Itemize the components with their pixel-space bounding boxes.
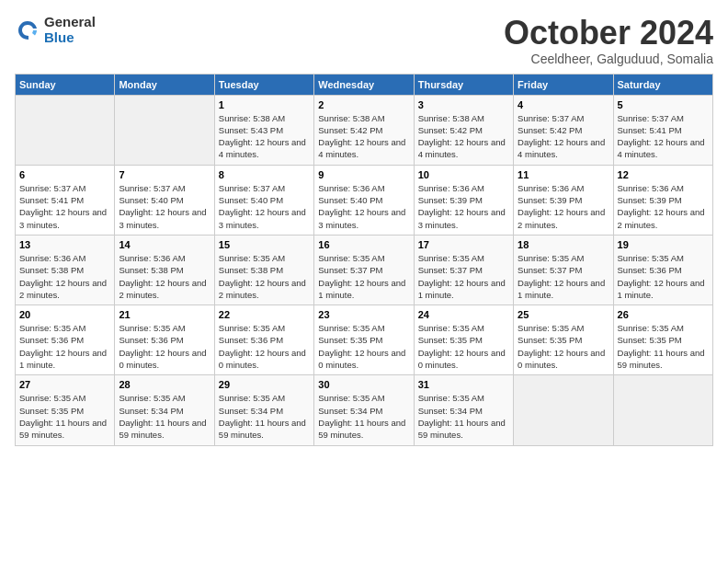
calendar-cell	[514, 375, 613, 445]
day-number: 13	[19, 239, 110, 250]
day-info: Sunrise: 5:38 AM Sunset: 5:43 PM Dayligh…	[219, 112, 310, 161]
day-info: Sunrise: 5:38 AM Sunset: 5:42 PM Dayligh…	[318, 112, 409, 161]
calendar-header: SundayMondayTuesdayWednesdayThursdayFrid…	[16, 74, 713, 95]
calendar-cell: 30Sunrise: 5:35 AM Sunset: 5:34 PM Dayli…	[314, 375, 414, 445]
day-number: 2	[318, 99, 409, 110]
calendar-cell: 13Sunrise: 5:36 AM Sunset: 5:38 PM Dayli…	[16, 235, 115, 304]
calendar-cell: 12Sunrise: 5:36 AM Sunset: 5:39 PM Dayli…	[613, 165, 712, 235]
weekday-header-wednesday: Wednesday	[314, 74, 414, 95]
calendar-body: 1Sunrise: 5:38 AM Sunset: 5:43 PM Daylig…	[16, 95, 713, 445]
calendar-cell: 4Sunrise: 5:37 AM Sunset: 5:42 PM Daylig…	[514, 95, 613, 165]
page-header: General Blue October 2024 Ceeldheer, Gal…	[15, 15, 713, 66]
calendar-cell: 5Sunrise: 5:37 AM Sunset: 5:41 PM Daylig…	[613, 95, 712, 165]
calendar-week-5: 27Sunrise: 5:35 AM Sunset: 5:35 PM Dayli…	[16, 375, 713, 445]
calendar-cell: 6Sunrise: 5:37 AM Sunset: 5:41 PM Daylig…	[16, 165, 115, 235]
weekday-header-monday: Monday	[115, 74, 214, 95]
calendar-cell: 25Sunrise: 5:35 AM Sunset: 5:35 PM Dayli…	[514, 305, 613, 375]
calendar-week-1: 1Sunrise: 5:38 AM Sunset: 5:43 PM Daylig…	[16, 95, 713, 165]
calendar-cell: 29Sunrise: 5:35 AM Sunset: 5:34 PM Dayli…	[214, 375, 313, 445]
day-info: Sunrise: 5:37 AM Sunset: 5:40 PM Dayligh…	[119, 182, 210, 231]
day-number: 15	[219, 239, 310, 250]
day-number: 9	[318, 169, 409, 180]
calendar-cell: 1Sunrise: 5:38 AM Sunset: 5:43 PM Daylig…	[214, 95, 313, 165]
day-number: 24	[418, 309, 509, 320]
day-info: Sunrise: 5:35 AM Sunset: 5:35 PM Dayligh…	[19, 392, 110, 441]
day-info: Sunrise: 5:37 AM Sunset: 5:40 PM Dayligh…	[219, 182, 310, 231]
day-info: Sunrise: 5:35 AM Sunset: 5:38 PM Dayligh…	[219, 252, 310, 301]
day-info: Sunrise: 5:35 AM Sunset: 5:36 PM Dayligh…	[19, 322, 110, 371]
day-info: Sunrise: 5:35 AM Sunset: 5:35 PM Dayligh…	[418, 322, 509, 371]
calendar-cell: 28Sunrise: 5:35 AM Sunset: 5:34 PM Dayli…	[115, 375, 214, 445]
day-number: 25	[518, 309, 609, 320]
day-info: Sunrise: 5:35 AM Sunset: 5:35 PM Dayligh…	[318, 322, 409, 371]
day-info: Sunrise: 5:37 AM Sunset: 5:41 PM Dayligh…	[618, 112, 709, 161]
calendar-cell: 8Sunrise: 5:37 AM Sunset: 5:40 PM Daylig…	[214, 165, 313, 235]
day-info: Sunrise: 5:35 AM Sunset: 5:36 PM Dayligh…	[119, 322, 210, 371]
day-number: 10	[418, 169, 509, 180]
weekday-header-friday: Friday	[514, 74, 613, 95]
day-number: 31	[418, 379, 509, 390]
calendar-cell: 22Sunrise: 5:35 AM Sunset: 5:36 PM Dayli…	[214, 305, 313, 375]
calendar-cell: 3Sunrise: 5:38 AM Sunset: 5:42 PM Daylig…	[414, 95, 513, 165]
weekday-header-tuesday: Tuesday	[214, 74, 313, 95]
calendar-cell: 24Sunrise: 5:35 AM Sunset: 5:35 PM Dayli…	[414, 305, 513, 375]
day-info: Sunrise: 5:37 AM Sunset: 5:42 PM Dayligh…	[518, 112, 609, 161]
calendar-week-4: 20Sunrise: 5:35 AM Sunset: 5:36 PM Dayli…	[16, 305, 713, 375]
day-number: 20	[19, 309, 110, 320]
calendar-cell: 18Sunrise: 5:35 AM Sunset: 5:37 PM Dayli…	[514, 235, 613, 304]
day-number: 22	[219, 309, 310, 320]
calendar-cell: 11Sunrise: 5:36 AM Sunset: 5:39 PM Dayli…	[514, 165, 613, 235]
calendar-title: October 2024	[504, 15, 713, 52]
calendar-cell	[613, 375, 712, 445]
day-info: Sunrise: 5:38 AM Sunset: 5:42 PM Dayligh…	[418, 112, 509, 161]
calendar-cell: 2Sunrise: 5:38 AM Sunset: 5:42 PM Daylig…	[314, 95, 414, 165]
day-number: 17	[418, 239, 509, 250]
logo-blue-text: Blue	[44, 30, 96, 46]
calendar-cell: 15Sunrise: 5:35 AM Sunset: 5:38 PM Dayli…	[214, 235, 313, 304]
day-number: 14	[119, 239, 210, 250]
title-block: October 2024 Ceeldheer, Galguduud, Somal…	[504, 15, 713, 66]
calendar-cell: 10Sunrise: 5:36 AM Sunset: 5:39 PM Dayli…	[414, 165, 513, 235]
calendar-cell: 14Sunrise: 5:36 AM Sunset: 5:38 PM Dayli…	[115, 235, 214, 304]
logo-icon	[15, 17, 40, 43]
day-info: Sunrise: 5:37 AM Sunset: 5:41 PM Dayligh…	[19, 182, 110, 231]
calendar-subtitle: Ceeldheer, Galguduud, Somalia	[504, 52, 713, 66]
calendar-cell: 23Sunrise: 5:35 AM Sunset: 5:35 PM Dayli…	[314, 305, 414, 375]
day-number: 18	[518, 239, 609, 250]
day-info: Sunrise: 5:36 AM Sunset: 5:39 PM Dayligh…	[418, 182, 509, 231]
calendar-cell: 31Sunrise: 5:35 AM Sunset: 5:34 PM Dayli…	[414, 375, 513, 445]
calendar-cell: 19Sunrise: 5:35 AM Sunset: 5:36 PM Dayli…	[613, 235, 712, 304]
day-info: Sunrise: 5:36 AM Sunset: 5:38 PM Dayligh…	[119, 252, 210, 301]
calendar-week-2: 6Sunrise: 5:37 AM Sunset: 5:41 PM Daylig…	[16, 165, 713, 235]
day-number: 30	[318, 379, 409, 390]
day-info: Sunrise: 5:35 AM Sunset: 5:37 PM Dayligh…	[418, 252, 509, 301]
day-number: 16	[318, 239, 409, 250]
day-info: Sunrise: 5:36 AM Sunset: 5:38 PM Dayligh…	[19, 252, 110, 301]
calendar-cell	[115, 95, 214, 165]
calendar-cell: 17Sunrise: 5:35 AM Sunset: 5:37 PM Dayli…	[414, 235, 513, 304]
calendar-cell: 9Sunrise: 5:36 AM Sunset: 5:40 PM Daylig…	[314, 165, 414, 235]
day-info: Sunrise: 5:35 AM Sunset: 5:34 PM Dayligh…	[119, 392, 210, 441]
day-info: Sunrise: 5:35 AM Sunset: 5:35 PM Dayligh…	[518, 322, 609, 371]
day-info: Sunrise: 5:35 AM Sunset: 5:35 PM Dayligh…	[618, 322, 709, 371]
day-number: 6	[19, 169, 110, 180]
day-number: 3	[418, 99, 509, 110]
calendar-cell: 27Sunrise: 5:35 AM Sunset: 5:35 PM Dayli…	[16, 375, 115, 445]
calendar-week-3: 13Sunrise: 5:36 AM Sunset: 5:38 PM Dayli…	[16, 235, 713, 304]
day-info: Sunrise: 5:36 AM Sunset: 5:39 PM Dayligh…	[518, 182, 609, 231]
day-number: 19	[618, 239, 709, 250]
day-info: Sunrise: 5:35 AM Sunset: 5:37 PM Dayligh…	[318, 252, 409, 301]
calendar-cell: 7Sunrise: 5:37 AM Sunset: 5:40 PM Daylig…	[115, 165, 214, 235]
day-number: 12	[618, 169, 709, 180]
day-number: 29	[219, 379, 310, 390]
logo: General Blue	[15, 15, 96, 45]
day-number: 11	[518, 169, 609, 180]
day-number: 28	[119, 379, 210, 390]
day-info: Sunrise: 5:35 AM Sunset: 5:34 PM Dayligh…	[219, 392, 310, 441]
calendar-cell: 21Sunrise: 5:35 AM Sunset: 5:36 PM Dayli…	[115, 305, 214, 375]
day-info: Sunrise: 5:35 AM Sunset: 5:34 PM Dayligh…	[318, 392, 409, 441]
day-number: 27	[19, 379, 110, 390]
weekday-header-saturday: Saturday	[613, 74, 712, 95]
day-number: 1	[219, 99, 310, 110]
day-info: Sunrise: 5:35 AM Sunset: 5:36 PM Dayligh…	[219, 322, 310, 371]
